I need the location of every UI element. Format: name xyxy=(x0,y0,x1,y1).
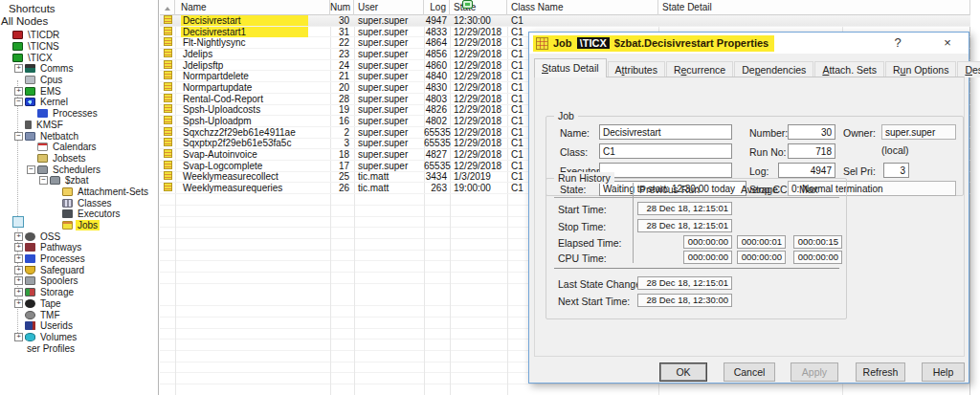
tab-attributes[interactable]: Attributes xyxy=(608,61,665,77)
tab-dependencies[interactable]: Dependencies xyxy=(734,61,813,77)
job-user: super.super xyxy=(354,161,424,171)
expand-toggle-icon[interactable]: + xyxy=(14,232,23,241)
tree-item[interactable]: − Kernel xyxy=(0,97,158,108)
expand-toggle-icon[interactable]: + xyxy=(14,87,23,96)
tree-item[interactable]: + Processes xyxy=(0,253,158,265)
cpu-avg: 000:00:00 xyxy=(737,251,786,264)
tree-item[interactable]: + Volumes xyxy=(0,332,158,343)
tree-item[interactable]: + Storage xyxy=(0,287,158,298)
expand-toggle-icon[interactable]: + xyxy=(14,64,23,73)
splitter-handle[interactable] xyxy=(12,216,24,228)
tree-item[interactable]: + OSS xyxy=(0,230,158,242)
expand-toggle-icon[interactable]: − xyxy=(27,165,35,174)
tree-item[interactable]: Userids xyxy=(0,320,158,332)
expand-toggle-icon[interactable]: − xyxy=(14,132,23,141)
job-state: 12/29/2018 xyxy=(450,82,507,93)
tree-item[interactable]: Jobsets xyxy=(0,153,158,165)
tree-item[interactable]: + Pathways xyxy=(0,242,158,253)
job-document-icon xyxy=(164,116,172,124)
expand-toggle-icon[interactable]: + xyxy=(14,299,23,308)
header-sort[interactable] xyxy=(160,0,175,15)
all-nodes-header[interactable]: All Nodes xyxy=(0,15,158,30)
tree-item-label: Spoolers xyxy=(38,275,79,286)
tree-item[interactable]: Attachment-Sets xyxy=(0,187,158,198)
cancel-button[interactable]: Cancel xyxy=(724,362,775,382)
tree-item[interactable]: + Comms xyxy=(0,63,158,75)
header-name[interactable]: Name xyxy=(175,0,330,15)
tree-item[interactable]: − Schedulers xyxy=(0,164,158,175)
header-class-name[interactable]: Class Name xyxy=(507,0,658,15)
sel-pri-field[interactable] xyxy=(883,163,909,178)
tree-item[interactable]: + Safeguard xyxy=(0,264,158,275)
tree-item-label: Pathways xyxy=(38,242,83,252)
tab-recurrence[interactable]: Recurrence xyxy=(666,61,733,77)
number-label: Number: xyxy=(749,127,788,139)
name-field[interactable] xyxy=(599,124,732,140)
expand-toggle-icon[interactable]: + xyxy=(14,333,23,341)
tree-item[interactable]: TMF xyxy=(0,309,158,320)
header-num[interactable]: Num xyxy=(330,0,354,15)
owner-field[interactable] xyxy=(881,124,956,140)
header-state[interactable]: State xyxy=(450,0,507,15)
number-field[interactable] xyxy=(788,124,835,140)
tree-item[interactable]: ser Profiles xyxy=(0,342,158,354)
tab-status-detail[interactable]: Status Detail xyxy=(534,58,607,77)
job-log: 4802 xyxy=(424,116,450,126)
executor-field[interactable] xyxy=(599,163,732,178)
tree-item-label: Cpus xyxy=(38,75,64,85)
job-document-icon xyxy=(164,171,172,180)
scheduler-icon xyxy=(37,165,48,174)
expand-toggle-icon[interactable]: − xyxy=(39,176,48,185)
tab-run-options[interactable]: Run Options xyxy=(885,61,956,77)
tree-item[interactable]: \TICNS xyxy=(0,41,158,53)
class-field[interactable] xyxy=(599,143,732,159)
expand-toggle-icon[interactable]: + xyxy=(14,243,23,252)
header-user[interactable]: User xyxy=(354,0,424,15)
expand-toggle-icon[interactable]: − xyxy=(14,98,23,106)
tree-item[interactable]: Calendars xyxy=(0,142,158,153)
tree-item[interactable]: + EMS xyxy=(0,85,158,97)
sort-ascending-icon xyxy=(165,7,170,11)
divider xyxy=(633,183,634,263)
spoolers-icon xyxy=(25,276,35,285)
job-name: Spsh-Uploadpm xyxy=(181,116,254,126)
tree-item[interactable]: KMSF xyxy=(0,120,158,131)
tab-description[interactable]: Description xyxy=(957,61,980,77)
tree-item-label: Jobsets xyxy=(51,153,87,164)
job-num: 24 xyxy=(330,60,354,71)
dialog-titlebar[interactable]: Job \TICX $zbat.Decisivrestart Propertie… xyxy=(529,33,969,54)
expand-toggle-icon[interactable]: + xyxy=(14,266,23,274)
table-row[interactable]: Decisivrestart 30 super.super 4947 12:30… xyxy=(160,15,970,27)
tree-item[interactable]: − Netbatch xyxy=(0,130,158,142)
tree-item[interactable]: \TICX xyxy=(0,52,158,63)
tree-item[interactable]: Processes xyxy=(0,108,158,120)
tree-item[interactable]: − $zbat xyxy=(0,175,158,187)
close-icon[interactable]: × xyxy=(936,34,959,52)
refresh-button[interactable]: Refresh xyxy=(856,362,905,382)
job-name: Jdelipsftp xyxy=(181,60,225,71)
tree-item[interactable]: + Tape xyxy=(0,298,158,310)
cpus-icon xyxy=(25,76,35,84)
tree-item[interactable]: Classes xyxy=(0,197,158,208)
tree-item[interactable]: + Spoolers xyxy=(0,275,158,287)
userids-icon xyxy=(25,321,35,330)
job-state: 12/29/2018 xyxy=(450,138,507,148)
expand-toggle-icon[interactable]: + xyxy=(14,254,23,263)
header-state-detail[interactable]: State Detail xyxy=(658,0,970,15)
processes-icon xyxy=(37,109,48,118)
log-field[interactable] xyxy=(778,163,835,178)
run-no-field[interactable] xyxy=(788,143,835,159)
tab-attach-sets[interactable]: Attach. Sets xyxy=(814,61,884,77)
cpu-time-label: CPU Time: xyxy=(558,252,607,264)
ok-button[interactable]: OK xyxy=(659,362,707,382)
expand-toggle-icon[interactable]: + xyxy=(14,288,23,296)
expand-toggle-icon[interactable]: + xyxy=(14,276,23,285)
shortcuts-header[interactable]: Shortcuts xyxy=(0,0,158,15)
tree-item[interactable]: Cpus xyxy=(0,75,158,86)
tree-item[interactable]: \TICDR xyxy=(0,30,158,41)
job-user: super.super xyxy=(354,27,424,37)
header-log[interactable]: Log xyxy=(424,0,450,15)
help-icon[interactable]: ? xyxy=(886,34,909,52)
dialog-buttons: OKCancelApplyRefreshHelp xyxy=(529,362,970,382)
help-button[interactable]: Help xyxy=(922,362,965,382)
